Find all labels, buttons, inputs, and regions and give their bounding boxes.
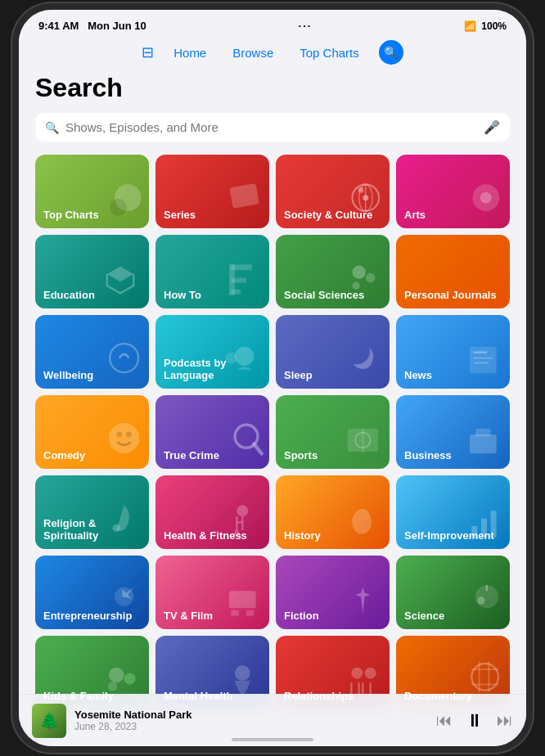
sidebar-toggle-button[interactable]: ⊟ bbox=[142, 43, 154, 61]
player-forward-button[interactable]: ⏭ bbox=[497, 711, 513, 730]
svg-point-51 bbox=[365, 668, 376, 679]
player-controls: ⏮ ⏸ ⏭ bbox=[436, 710, 513, 731]
tile-label-self-improvement: Self-Improvement bbox=[404, 529, 494, 542]
tile-news[interactable]: News bbox=[396, 315, 510, 389]
status-bar: 9:41 AM Mon Jun 10 ··· 📶 100% bbox=[19, 10, 526, 35]
device-frame: 9:41 AM Mon Jun 10 ··· 📶 100% ⊟ Home Bro… bbox=[19, 10, 526, 746]
tile-label-social-sciences: Social Sciences bbox=[284, 289, 364, 302]
top-charts-nav-button[interactable]: Top Charts bbox=[293, 43, 366, 63]
nav-search-icon: 🔍 bbox=[384, 46, 398, 59]
tile-label-science: Science bbox=[404, 610, 444, 623]
main-content: Search 🔍 🎤 Top Charts Series Society & C… bbox=[19, 73, 526, 711]
tile-label-relationships: Relationships bbox=[284, 690, 354, 703]
nav-search-button[interactable]: 🔍 bbox=[379, 40, 403, 65]
player-rewind-button[interactable]: ⏮ bbox=[436, 711, 453, 730]
svg-point-17 bbox=[110, 344, 138, 372]
home-nav-button[interactable]: Home bbox=[167, 43, 213, 63]
tile-label-true-crime: True Crime bbox=[164, 449, 219, 462]
tile-label-personal-journals: Personal Journals bbox=[404, 289, 497, 302]
mic-icon[interactable]: 🎤 bbox=[484, 119, 500, 135]
tile-tv-film[interactable]: TV & Film bbox=[155, 556, 269, 629]
svg-point-6 bbox=[363, 195, 368, 200]
tile-health-fitness[interactable]: Health & Fitness bbox=[155, 475, 269, 549]
tile-label-arts: Arts bbox=[404, 209, 426, 222]
svg-rect-32 bbox=[470, 434, 497, 453]
svg-point-52 bbox=[471, 664, 498, 691]
player-pause-button[interactable]: ⏸ bbox=[466, 710, 484, 731]
search-bar-container: 🔍 🎤 bbox=[35, 113, 510, 142]
svg-point-49 bbox=[235, 665, 250, 681]
tile-label-top-charts: Top Charts bbox=[43, 209, 99, 222]
tile-business[interactable]: Business bbox=[396, 395, 510, 469]
tile-fiction[interactable]: Fiction bbox=[276, 556, 390, 629]
battery-indicator: 100% bbox=[481, 20, 507, 32]
svg-point-15 bbox=[366, 273, 376, 283]
tile-label-religion-spirituality: Religion & Spirituality bbox=[43, 517, 149, 542]
svg-rect-41 bbox=[231, 610, 238, 616]
tile-history[interactable]: History bbox=[276, 475, 390, 549]
svg-point-26 bbox=[126, 432, 132, 438]
tile-label-comedy: Comedy bbox=[43, 449, 85, 462]
tile-sports[interactable]: Sports bbox=[276, 395, 390, 469]
tile-label-history: History bbox=[284, 529, 321, 542]
tile-label-wellbeing: Wellbeing bbox=[43, 369, 93, 382]
tile-wellbeing[interactable]: Wellbeing bbox=[35, 315, 149, 389]
tile-religion-spirituality[interactable]: Religion & Spirituality bbox=[35, 475, 149, 549]
svg-point-14 bbox=[353, 266, 366, 279]
nav-bar: ⊟ Home Browse Top Charts 🔍 bbox=[19, 35, 526, 73]
svg-rect-33 bbox=[475, 429, 491, 436]
svg-rect-12 bbox=[231, 278, 246, 283]
tile-comedy[interactable]: Comedy bbox=[35, 395, 149, 469]
search-bar-icon: 🔍 bbox=[45, 121, 59, 134]
tile-self-improvement[interactable]: Self-Improvement bbox=[396, 475, 510, 549]
svg-point-7 bbox=[358, 187, 364, 193]
browse-nav-button[interactable]: Browse bbox=[226, 43, 280, 63]
tile-personal-journals[interactable]: Personal Journals bbox=[396, 235, 510, 308]
tile-label-podcasts-by-language: Podcasts by Language bbox=[164, 357, 269, 382]
home-indicator bbox=[232, 738, 313, 741]
player-thumbnail-icon: 🌲 bbox=[39, 711, 60, 731]
tile-label-documentary: Documentary bbox=[404, 690, 472, 703]
status-time-date: 9:41 AM Mon Jun 10 bbox=[38, 20, 146, 32]
player-thumbnail: 🌲 bbox=[32, 704, 66, 738]
tile-top-charts[interactable]: Top Charts bbox=[35, 155, 149, 228]
svg-point-25 bbox=[116, 432, 122, 438]
category-grid: Top Charts Series Society & Culture Arts… bbox=[35, 155, 510, 711]
tile-label-society-culture: Society & Culture bbox=[284, 209, 372, 222]
svg-point-9 bbox=[480, 192, 492, 204]
tile-label-sports: Sports bbox=[284, 449, 318, 462]
tile-arts[interactable]: Arts bbox=[396, 155, 510, 228]
tile-social-sciences[interactable]: Social Sciences bbox=[276, 235, 390, 308]
svg-rect-11 bbox=[231, 264, 252, 270]
tile-label-education: Education bbox=[43, 289, 95, 302]
page-title: Search bbox=[35, 73, 510, 103]
tile-label-news: News bbox=[404, 369, 432, 382]
tile-label-kids-family: Kids & Family bbox=[43, 690, 114, 703]
svg-rect-40 bbox=[229, 591, 256, 608]
svg-point-44 bbox=[477, 596, 484, 604]
tile-society-culture[interactable]: Society & Culture bbox=[276, 155, 390, 228]
svg-rect-42 bbox=[246, 610, 254, 616]
status-dots: ··· bbox=[299, 20, 313, 32]
tile-how-to[interactable]: How To bbox=[155, 235, 269, 308]
wifi-icon: 📶 bbox=[464, 20, 476, 32]
tile-true-crime[interactable]: True Crime bbox=[155, 395, 269, 469]
tile-entrepreneurship[interactable]: Entrepreneurship bbox=[35, 556, 149, 629]
player-info: Yosemite National Park June 28, 2023 bbox=[74, 709, 428, 732]
svg-point-1 bbox=[110, 199, 127, 216]
tile-series[interactable]: Series bbox=[155, 155, 269, 228]
search-input[interactable] bbox=[65, 120, 477, 134]
tile-label-fiction: Fiction bbox=[284, 610, 319, 623]
status-indicators: 📶 100% bbox=[464, 20, 507, 32]
svg-point-24 bbox=[109, 423, 139, 453]
tile-sleep[interactable]: Sleep bbox=[276, 315, 390, 389]
tile-label-mental-health: Mental Health bbox=[164, 690, 233, 703]
svg-point-46 bbox=[109, 668, 124, 683]
player-subtitle: June 28, 2023 bbox=[74, 721, 428, 732]
svg-point-16 bbox=[353, 281, 360, 289]
svg-rect-2 bbox=[229, 183, 259, 209]
svg-point-35 bbox=[236, 505, 248, 516]
tile-podcasts-by-language[interactable]: Podcasts by Language bbox=[155, 315, 269, 389]
tile-science[interactable]: Science bbox=[396, 556, 510, 629]
tile-education[interactable]: Education bbox=[35, 235, 149, 308]
